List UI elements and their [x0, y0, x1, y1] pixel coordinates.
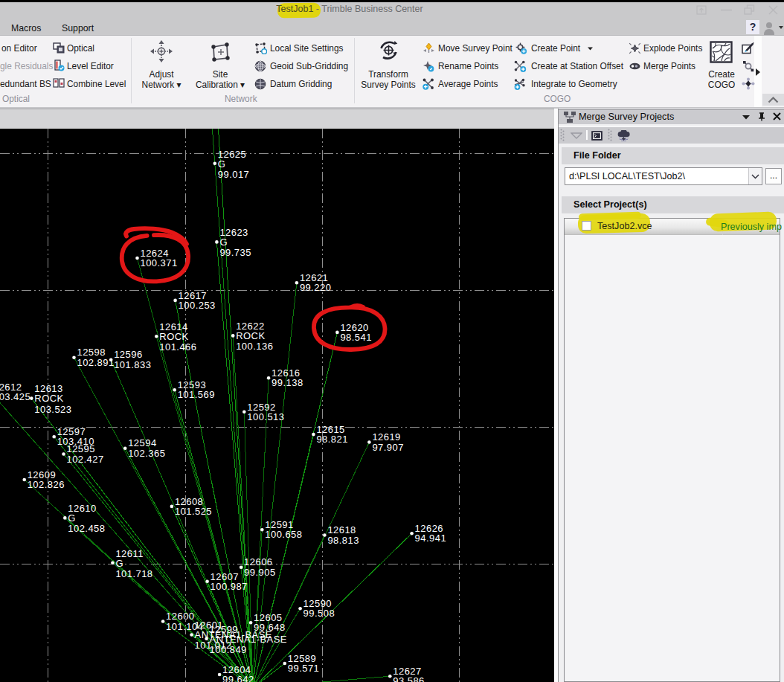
- svg-text:G: G: [218, 158, 226, 170]
- svg-text:101.525: 101.525: [175, 506, 212, 517]
- svg-text:102.826: 102.826: [28, 479, 65, 490]
- svg-text:101.466: 101.466: [159, 341, 196, 353]
- svg-text:103.425: 103.425: [0, 391, 30, 402]
- svg-text:98.821: 98.821: [316, 434, 347, 445]
- svg-text:97.907: 97.907: [372, 442, 403, 453]
- svg-text:93.586: 93.586: [393, 675, 424, 682]
- svg-text:ROCK: ROCK: [159, 331, 188, 342]
- svg-text:100.849: 100.849: [210, 644, 247, 655]
- svg-text:100.513: 100.513: [247, 411, 284, 422]
- svg-text:100.371: 100.371: [141, 257, 178, 268]
- svg-text:100.136: 100.136: [236, 341, 273, 352]
- svg-text:101.569: 101.569: [178, 389, 215, 400]
- svg-text:102.458: 102.458: [68, 523, 105, 534]
- svg-text:G: G: [115, 558, 123, 569]
- svg-text:ANTENA1-BASE: ANTENA1-BASE: [210, 634, 287, 645]
- svg-text:102.365: 102.365: [128, 448, 165, 459]
- svg-text:99.220: 99.220: [300, 282, 331, 293]
- svg-text:99.905: 99.905: [244, 567, 275, 578]
- svg-text:103.523: 103.523: [34, 404, 71, 415]
- svg-text:99.571: 99.571: [288, 663, 319, 674]
- svg-text:ROCK: ROCK: [34, 393, 63, 404]
- svg-text:102.427: 102.427: [67, 454, 104, 465]
- svg-text:98.541: 98.541: [340, 332, 371, 343]
- svg-text:ROCK: ROCK: [236, 330, 265, 341]
- svg-text:99.642: 99.642: [222, 674, 254, 682]
- svg-text:98.813: 98.813: [327, 535, 359, 546]
- svg-text:99.648: 99.648: [254, 622, 285, 633]
- svg-text:101.833: 101.833: [114, 359, 151, 370]
- svg-text:99.138: 99.138: [271, 377, 303, 388]
- svg-text:99.508: 99.508: [303, 608, 335, 619]
- svg-text:94.941: 94.941: [415, 533, 446, 544]
- svg-text:G: G: [68, 512, 76, 524]
- svg-text:101.718: 101.718: [115, 568, 152, 579]
- svg-text:100.253: 100.253: [179, 300, 216, 311]
- svg-text:100.658: 100.658: [265, 529, 302, 540]
- svg-text:99.735: 99.735: [219, 247, 251, 258]
- svg-text:G: G: [219, 237, 228, 248]
- svg-text:102.891: 102.891: [77, 357, 115, 368]
- svg-text:100.987: 100.987: [211, 581, 248, 592]
- svg-text:99.017: 99.017: [218, 169, 249, 180]
